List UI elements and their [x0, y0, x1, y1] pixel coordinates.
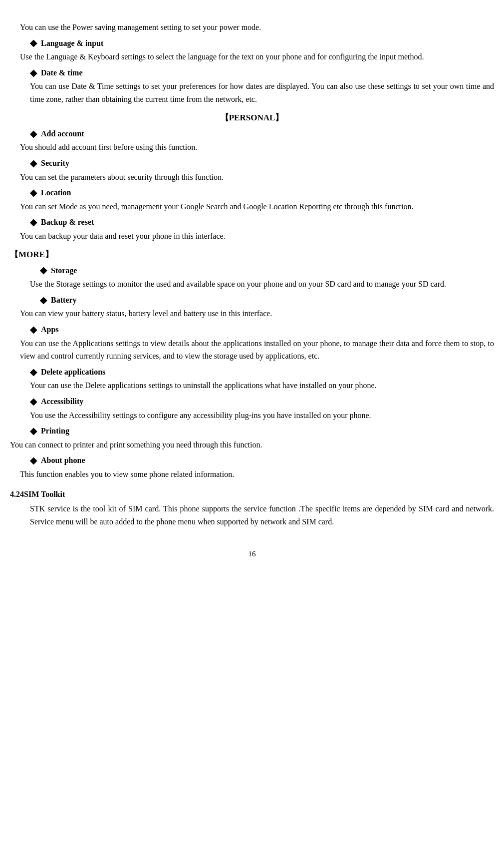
- diamond-icon-battery: ◆: [40, 296, 47, 305]
- diamond-icon-language: ◆: [30, 38, 37, 47]
- diamond-icon-printing: ◆: [30, 426, 37, 435]
- date-time-title: Date & time: [41, 66, 83, 79]
- sim-toolkit-body: STK service is the tool kit of SIM card.…: [10, 502, 494, 528]
- diamond-icon-date: ◆: [30, 68, 37, 77]
- date-time-body: You can use Date & Time settings to set …: [10, 80, 494, 105]
- apps-title: Apps: [41, 323, 59, 336]
- sim-toolkit-heading: 4.24SIM Toolkit: [10, 488, 494, 501]
- delete-apps-title: Delete applications: [41, 366, 105, 379]
- intro-power-text: You can use the Power saving management …: [10, 21, 494, 34]
- date-time-heading: ◆ Date & time: [10, 66, 494, 79]
- language-input-heading: ◆ Language & input: [10, 37, 494, 50]
- location-body: You can set Mode as you need, management…: [10, 200, 494, 213]
- diamond-icon-add-account: ◆: [30, 129, 37, 138]
- about-phone-heading: ◆ About phone: [10, 454, 494, 467]
- location-heading: ◆ Location: [10, 186, 494, 199]
- storage-heading: ◆ Storage: [10, 264, 494, 277]
- accessibility-heading: ◆ Accessibility: [10, 395, 494, 408]
- page-content: You can use the Power saving management …: [10, 21, 494, 560]
- delete-apps-heading: ◆ Delete applications: [10, 366, 494, 379]
- about-phone-title: About phone: [41, 454, 85, 467]
- location-title: Location: [41, 186, 71, 199]
- diamond-icon-about-phone: ◆: [30, 456, 37, 465]
- accessibility-body: You use the Accessibility settings to co…: [10, 409, 494, 422]
- storage-title: Storage: [51, 264, 77, 277]
- language-input-body: Use the Language & Keyboard settings to …: [10, 50, 494, 63]
- diamond-icon-storage: ◆: [40, 266, 47, 275]
- printing-body: You can connect to printer and print som…: [10, 438, 494, 451]
- diamond-icon-delete-apps: ◆: [30, 368, 37, 377]
- add-account-title: Add account: [41, 127, 84, 140]
- storage-body: Use the Storage settings to monitor the …: [10, 278, 494, 291]
- battery-title: Battery: [51, 294, 77, 307]
- apps-body: You can use the Applications settings to…: [10, 337, 494, 363]
- apps-heading: ◆ Apps: [10, 323, 494, 336]
- security-body: You can set the parameters about securit…: [10, 171, 494, 184]
- accessibility-title: Accessibility: [41, 395, 83, 408]
- diamond-icon-security: ◆: [30, 159, 37, 168]
- diamond-icon-backup: ◆: [30, 218, 37, 227]
- about-phone-body: This function enables you to view some p…: [10, 468, 494, 481]
- more-category: 【MORE】: [10, 248, 494, 261]
- personal-category: 【PERSONAL】: [10, 111, 494, 124]
- delete-apps-body: Your can use the Delete applications set…: [10, 379, 494, 392]
- security-title: Security: [41, 157, 69, 170]
- battery-heading: ◆ Battery: [10, 294, 494, 307]
- security-heading: ◆ Security: [10, 157, 494, 170]
- printing-heading: ◆ Printing: [10, 425, 494, 437]
- backup-reset-title: Backup & reset: [41, 216, 94, 229]
- diamond-icon-location: ◆: [30, 188, 37, 197]
- page-number: 16: [10, 548, 494, 560]
- diamond-icon-accessibility: ◆: [30, 397, 37, 406]
- backup-reset-body: You can backup your data and reset your …: [10, 230, 494, 243]
- battery-body: You can view your battery status, batter…: [10, 307, 494, 320]
- printing-title: Printing: [41, 425, 69, 437]
- language-input-title: Language & input: [41, 37, 103, 50]
- add-account-heading: ◆ Add account: [10, 127, 494, 140]
- diamond-icon-apps: ◆: [30, 325, 37, 334]
- backup-reset-heading: ◆ Backup & reset: [10, 216, 494, 229]
- add-account-body: You should add account first before usin…: [10, 141, 494, 154]
